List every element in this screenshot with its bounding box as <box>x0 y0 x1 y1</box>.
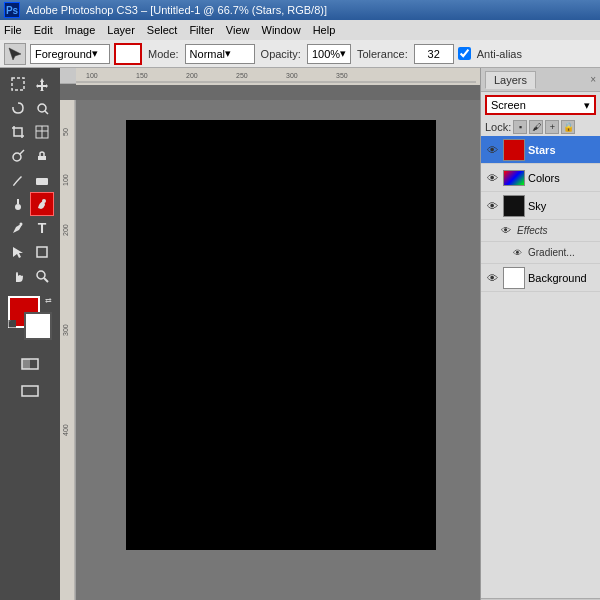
layer-stars[interactable]: 👁 Stars <box>481 136 600 164</box>
eraser-tool[interactable] <box>30 168 54 192</box>
menu-help[interactable]: Help <box>313 24 336 36</box>
pen-tool[interactable] <box>6 216 30 240</box>
svg-rect-11 <box>36 178 48 185</box>
gradient-eye-icon[interactable]: 👁 <box>513 248 522 258</box>
toolbar: T ⇄ ⬛ <box>0 68 60 600</box>
menu-filter[interactable]: Filter <box>189 24 213 36</box>
lock-image-pixels[interactable]: 🖌 <box>529 120 543 134</box>
layer-visibility-stars[interactable]: 👁 <box>484 142 500 158</box>
zoom-tool[interactable] <box>30 264 54 288</box>
swap-colors-icon[interactable]: ⇄ <box>45 296 52 305</box>
menu-image[interactable]: Image <box>65 24 96 36</box>
tool-preset-dropdown[interactable]: Foreground ▾ <box>30 44 110 64</box>
opacity-label: Opacity: <box>261 48 301 60</box>
document-canvas[interactable] <box>126 120 436 550</box>
quick-mask-tool[interactable] <box>18 352 42 376</box>
layer-background[interactable]: 👁 Background <box>481 264 600 292</box>
menu-edit[interactable]: Edit <box>34 24 53 36</box>
layer-visibility-background[interactable]: 👁 <box>484 270 500 286</box>
rectangular-marquee-tool[interactable] <box>6 72 30 96</box>
layer-sky[interactable]: 👁 Sky <box>481 192 600 220</box>
menu-file[interactable]: File <box>4 24 22 36</box>
svg-text:100: 100 <box>86 72 98 79</box>
menu-select[interactable]: Select <box>147 24 178 36</box>
svg-text:300: 300 <box>286 72 298 79</box>
gradient-label: Gradient... <box>528 247 575 258</box>
tolerance-input[interactable] <box>414 44 454 64</box>
hand-tool[interactable] <box>6 264 30 288</box>
tool-selector-btn[interactable] <box>4 43 26 65</box>
tool-group-toning <box>6 192 54 216</box>
svg-text:300: 300 <box>62 324 69 336</box>
svg-rect-21 <box>22 359 30 369</box>
lasso-tool[interactable] <box>6 96 30 120</box>
anti-alias-checkbox[interactable] <box>458 47 471 60</box>
svg-text:250: 250 <box>236 72 248 79</box>
lock-transparent-pixels[interactable]: ▪ <box>513 120 527 134</box>
svg-text:350: 350 <box>336 72 348 79</box>
blend-mode-current: Screen <box>491 99 526 111</box>
blend-mode-value: Normal <box>190 48 225 60</box>
layer-blend-mode-select[interactable]: Screen ▾ <box>485 95 596 115</box>
direct-selection-tool[interactable] <box>6 240 30 264</box>
slice-tool[interactable] <box>30 120 54 144</box>
tool-group-navigate <box>6 264 54 288</box>
layer-visibility-colors[interactable]: 👁 <box>484 170 500 186</box>
opacity-dropdown[interactable]: 100% ▾ <box>307 44 351 64</box>
svg-point-18 <box>37 271 45 279</box>
screen-mode-tool[interactable] <box>18 379 42 403</box>
svg-point-14 <box>42 199 46 203</box>
move-tool[interactable] <box>30 72 54 96</box>
svg-line-4 <box>45 111 48 114</box>
tool-group-shape <box>6 240 54 264</box>
foreground-color-swatch[interactable] <box>114 43 142 65</box>
stamp-tool[interactable] <box>30 144 54 168</box>
window-title: Adobe Photoshop CS3 – [Untitled-1 @ 66.7… <box>26 4 327 16</box>
blend-mode-row: Screen ▾ <box>481 92 600 118</box>
layers-panel-tabs: Layers × <box>481 68 600 92</box>
default-colors-icon[interactable]: ⬛ <box>8 320 17 328</box>
canvas-area: 100 150 200 250 300 350 50 100 200 300 4… <box>60 68 480 600</box>
layer-effects-group[interactable]: 👁 Effects <box>481 220 600 242</box>
svg-text:150: 150 <box>136 72 148 79</box>
lock-position[interactable]: + <box>545 120 559 134</box>
brush-tool[interactable] <box>6 168 30 192</box>
dodge-tool[interactable] <box>6 192 30 216</box>
blend-mode-dropdown[interactable]: Normal ▾ <box>185 44 255 64</box>
menu-window[interactable]: Window <box>262 24 301 36</box>
menu-layer[interactable]: Layer <box>107 24 135 36</box>
tool-group-lasso <box>6 96 54 120</box>
healing-brush-tool[interactable] <box>6 144 30 168</box>
effects-label: Effects <box>517 225 548 236</box>
anti-alias-label: Anti-alias <box>477 48 522 60</box>
svg-text:100: 100 <box>62 174 69 186</box>
main-area: T ⇄ ⬛ <box>0 68 600 600</box>
crop-tool[interactable] <box>6 120 30 144</box>
layer-visibility-sky[interactable]: 👁 <box>484 198 500 214</box>
tool-preset-arrow: ▾ <box>92 47 98 60</box>
ruler-top-svg: 100 150 200 250 300 350 <box>76 68 480 83</box>
tool-group-crop <box>6 120 54 144</box>
svg-point-12 <box>15 204 21 210</box>
effects-eye-icon[interactable]: 👁 <box>501 225 511 236</box>
quick-selection-tool[interactable] <box>30 96 54 120</box>
layer-gradient-effect[interactable]: 👁 Gradient... <box>481 242 600 264</box>
lock-all[interactable]: 🔒 <box>561 120 575 134</box>
blur-tool[interactable] <box>30 192 54 216</box>
app-logo: Ps <box>4 2 20 18</box>
layer-colors[interactable]: 👁 Colors <box>481 164 600 192</box>
layers-list: 👁 Stars 👁 Colors 👁 Sky 👁 Effects <box>481 136 600 598</box>
layers-panel: Layers × Screen ▾ Lock: ▪ 🖌 + 🔒 👁 Stars <box>480 68 600 600</box>
type-tool[interactable]: T <box>30 216 54 240</box>
svg-marker-0 <box>9 48 21 60</box>
background-color[interactable] <box>24 312 52 340</box>
svg-text:200: 200 <box>62 224 69 236</box>
tolerance-label: Tolerance: <box>357 48 408 60</box>
layers-panel-close[interactable]: × <box>590 74 596 85</box>
shape-tool[interactable] <box>30 240 54 264</box>
svg-marker-16 <box>13 247 23 258</box>
menu-view[interactable]: View <box>226 24 250 36</box>
svg-text:200: 200 <box>186 72 198 79</box>
tab-layers[interactable]: Layers <box>485 71 536 89</box>
svg-point-3 <box>38 104 46 112</box>
